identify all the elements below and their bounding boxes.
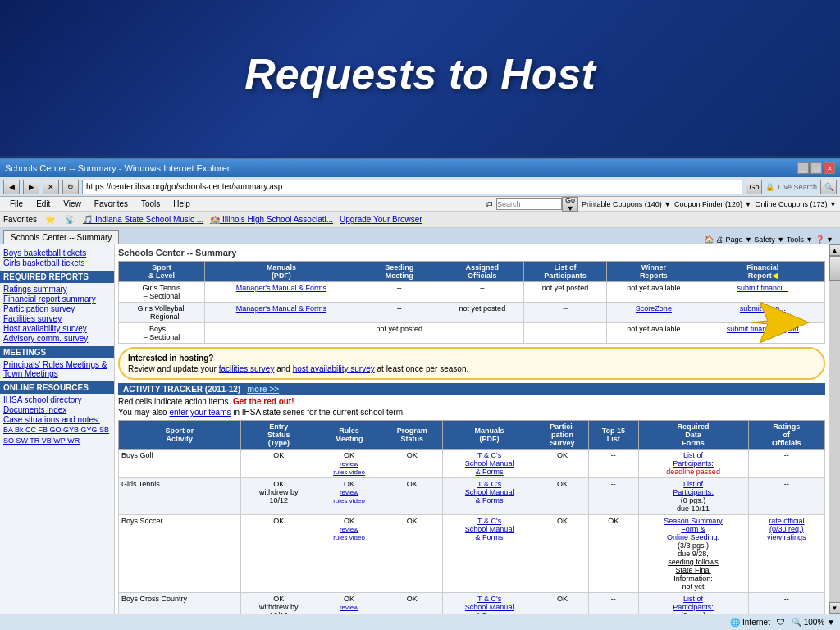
go-button[interactable]: Go (746, 180, 762, 194)
host-availability-link[interactable]: host availability survey (293, 364, 375, 373)
tc-link-cross[interactable]: T & C's (477, 595, 501, 603)
safety-menu[interactable]: Safety ▼ (754, 235, 784, 244)
sidebar-facilities[interactable]: Facilities survey (3, 314, 111, 323)
table-row: Girls Tennis– Sectional Manager's Manual… (119, 282, 825, 303)
home-icon[interactable]: 🏠 (705, 235, 714, 244)
sidebar-financial-report[interactable]: Financial report summary (3, 294, 111, 304)
address-input[interactable] (82, 180, 742, 194)
facilities-survey-link[interactable]: facilities survey (219, 364, 275, 373)
sidebar-girls-basketball[interactable]: Girls basketball tickets (3, 258, 111, 267)
participation-golf: OK (536, 450, 588, 478)
rules-golf: OKreviewrules video (317, 450, 381, 478)
minimize-button[interactable]: _ (797, 162, 809, 174)
officials-cell (441, 323, 523, 344)
sidebar-school-directory[interactable]: IHSA school directory (3, 395, 111, 404)
toolbar-go-button[interactable]: Go ▼ (562, 197, 578, 212)
sm-link-golf[interactable]: School Manual& Forms (465, 459, 514, 476)
tc-link-soccer[interactable]: T & C's (477, 517, 501, 525)
review-rules-soccer[interactable]: reviewrules video (333, 526, 365, 541)
search-button[interactable]: 🔍 (820, 180, 837, 194)
sidebar-town-meetings[interactable]: Principals' Rules Meetings & Town Meetin… (3, 360, 111, 378)
program-cross: OK (381, 593, 443, 614)
col-seeding: SeedingMeeting (358, 262, 441, 282)
sidebar-participation[interactable]: Participation survey (3, 304, 111, 313)
rate-official-link[interactable]: rate official(0/30 req.) (769, 517, 804, 533)
fav-upgrade[interactable]: Upgrade Your Browser (340, 215, 422, 224)
scroll-thumb[interactable] (829, 256, 841, 281)
menu-tools[interactable]: Tools (135, 199, 167, 209)
sport-tennis: Girls Tennis (119, 478, 241, 515)
sidebar-documents-index[interactable]: Documents index (3, 405, 111, 414)
scroll-down-button[interactable]: ▼ (829, 602, 841, 614)
ratings-cross: -- (748, 593, 824, 614)
sm-link-cross[interactable]: School Manual& Forms (465, 603, 514, 614)
manuals-link-1[interactable]: Manager's Manual & Forms (236, 284, 326, 292)
scorezone-link[interactable]: ScoreZone (636, 304, 672, 313)
list-participants-cross[interactable]: List ofParticipants: (673, 595, 714, 611)
star-icon: ⭐ (45, 215, 55, 224)
print-icon[interactable]: 🖨 (716, 235, 724, 244)
page-menu[interactable]: Page ▼ (725, 235, 751, 244)
view-ratings-link[interactable]: view ratings (767, 533, 806, 541)
forward-button[interactable]: ▶ (23, 180, 39, 194)
search-input[interactable] (496, 198, 562, 210)
scroll-up-button[interactable]: ▲ (829, 244, 841, 256)
sm-link-soccer[interactable]: School Manual& Forms (465, 525, 514, 541)
sport-golf: Boys Golf (119, 450, 241, 478)
review-rules-cross[interactable]: reviewrules video (333, 604, 365, 614)
browser-window: Schools Center -- Summary - Windows Inte… (0, 158, 840, 630)
menu-view[interactable]: View (57, 199, 88, 209)
sport-cross: Boys Cross Country (119, 593, 241, 614)
top15-cross: -- (589, 593, 638, 614)
review-rules-golf[interactable]: reviewrules video (333, 460, 365, 476)
fav-illinois[interactable]: 🏫 Illinois High School Associati... (210, 215, 333, 224)
menu-file[interactable]: File (3, 199, 30, 209)
browser-tab[interactable]: Schools Center -- Summary (3, 230, 119, 244)
financial-link-1[interactable]: submit financi... (737, 284, 789, 292)
col-participants: List ofParticipants (523, 262, 606, 282)
list-participants-golf[interactable]: List ofParticipants: (673, 451, 714, 468)
back-button[interactable]: ◀ (3, 180, 20, 194)
tools-menu[interactable]: Tools ▼ (787, 235, 813, 244)
sm-link-tennis[interactable]: School Manual& Forms (465, 488, 514, 504)
review-rules-tennis[interactable]: reviewrules video (333, 489, 365, 504)
arrow-annotation (751, 298, 817, 347)
stop-button[interactable]: ✕ (43, 180, 59, 194)
col-top15: Top 15List (589, 421, 638, 450)
menu-edit[interactable]: Edit (30, 199, 57, 209)
summary-table: Sport& Level Manuals(PDF) SeedingMeeting… (118, 261, 825, 344)
sidebar-meetings-title: MEETINGS (3, 348, 46, 357)
officials-cell: -- (441, 282, 523, 303)
list-participants-tennis[interactable]: List ofParticipants: (673, 480, 714, 496)
refresh-button[interactable]: ↻ (62, 180, 79, 194)
tab-bar: Schools Center -- Summary 🏠 🖨 Page ▼ Saf… (0, 228, 840, 244)
col-rules: RulesMeeting (317, 421, 381, 450)
live-search-label: Live Search (778, 183, 817, 191)
menu-help[interactable]: Help (167, 199, 197, 209)
sidebar-ratings-summary[interactable]: Ratings summary (3, 285, 111, 294)
required-golf: List ofParticipants:deadline passed (638, 450, 748, 478)
more-link[interactable]: more >> (247, 385, 279, 394)
menu-bar: File Edit View Favorites Tools Help 🏷 Go… (0, 197, 840, 212)
content-area: Boys basketball tickets Girls basketball… (0, 244, 840, 614)
help-icon[interactable]: ❓ ▼ (815, 235, 833, 244)
sidebar-host-availability[interactable]: Host availability survey (3, 324, 111, 333)
menu-favorites[interactable]: Favorites (88, 199, 135, 209)
sidebar-advisory[interactable]: Advisory comm. survey (3, 334, 111, 343)
sidebar-boys-basketball[interactable]: Boys basketball tickets (3, 249, 111, 258)
sidebar-case-situations[interactable]: Case situations and notes: (3, 415, 111, 424)
zoom-level[interactable]: 🔍 100% ▼ (792, 618, 835, 627)
enter-teams-link[interactable]: enter your teams (169, 408, 231, 417)
required-soccer: Season SummaryForm &Online Seeding:(3/3 … (638, 515, 748, 593)
internet-label: 🌐 Internet (730, 618, 770, 627)
manuals-soccer: T & C'sSchool Manual& Forms (443, 515, 536, 593)
tracker-title: ACTIVITY TRACKER (2011-12) (123, 385, 240, 394)
close-button[interactable]: ✕ (824, 162, 835, 174)
scrollbar[interactable]: ▲ ▼ (829, 244, 840, 614)
fav-indiana[interactable]: 🎵 Indiana State School Music ... (83, 215, 203, 224)
tc-link-golf[interactable]: T & C's (477, 451, 501, 459)
manuals-link-2[interactable]: Manager's Manual & Forms (236, 304, 326, 313)
season-summary-link[interactable]: Season SummaryForm &Online Seeding: (664, 517, 723, 541)
tc-link-tennis[interactable]: T & C's (477, 480, 501, 488)
maximize-button[interactable]: □ (810, 162, 822, 174)
